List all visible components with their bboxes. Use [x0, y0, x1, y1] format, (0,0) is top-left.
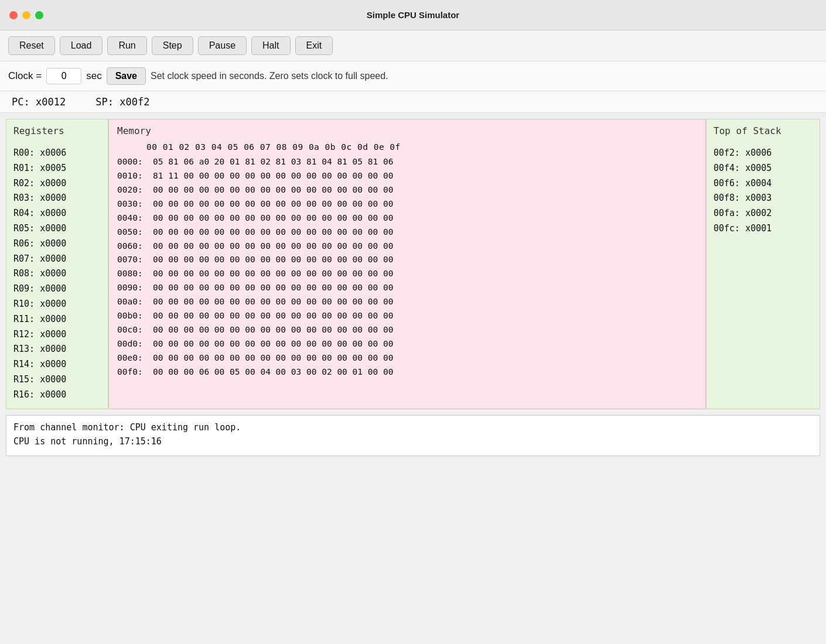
memory-row: 00f0: 00 00 00 06 00 05 00 04 00 03 00 0… [117, 365, 697, 379]
halt-button[interactable]: Halt [251, 36, 290, 55]
registers-title: Registers [13, 125, 101, 136]
clock-unit: sec [86, 70, 101, 82]
save-button[interactable]: Save [107, 67, 146, 85]
clock-input[interactable] [46, 68, 81, 84]
load-button[interactable]: Load [60, 36, 103, 55]
run-button[interactable]: Run [107, 36, 146, 55]
clock-hint: Set clock speed in seconds. Zero sets cl… [151, 71, 388, 81]
register-row: R02: x0000 [13, 176, 101, 191]
stack-row: 00f2: x0006 [714, 146, 813, 161]
memory-row: 0040: 00 00 00 00 00 00 00 00 00 00 00 0… [117, 211, 697, 225]
memory-row: 0080: 00 00 00 00 00 00 00 00 00 00 00 0… [117, 267, 697, 281]
memory-row: 0010: 81 11 00 00 00 00 00 00 00 00 00 0… [117, 169, 697, 183]
memory-row: 0030: 00 00 00 00 00 00 00 00 00 00 00 0… [117, 197, 697, 211]
log-area: From channel monitor: CPU exiting run lo… [6, 415, 820, 456]
register-row: R03: x0000 [13, 191, 101, 206]
memory-row: 00b0: 00 00 00 00 00 00 00 00 00 00 00 0… [117, 309, 697, 323]
pc-value: PC: x0012 [12, 96, 66, 108]
memory-row: 00a0: 00 00 00 00 00 00 00 00 00 00 00 0… [117, 295, 697, 309]
window-title: Simple CPU Simulator [367, 10, 459, 20]
register-row: R10: x0000 [13, 297, 101, 312]
stack-title: Top of Stack [714, 125, 813, 136]
register-row: R01: x0005 [13, 161, 101, 176]
register-row: R06: x0000 [13, 237, 101, 252]
register-row: R04: x0000 [13, 206, 101, 221]
memory-row: 0060: 00 00 00 00 00 00 00 00 00 00 00 0… [117, 239, 697, 254]
log-line: From channel monitor: CPU exiting run lo… [13, 420, 813, 434]
log-line: CPU is not running, 17:15:16 [13, 434, 813, 448]
close-button[interactable] [9, 11, 18, 19]
register-row: R13: x0000 [13, 342, 101, 357]
stack-row: 00fc: x0001 [714, 221, 813, 237]
step-button[interactable]: Step [152, 36, 193, 55]
register-row: R15: x0000 [13, 372, 101, 388]
pause-button[interactable]: Pause [198, 36, 247, 55]
register-row: R07: x0000 [13, 252, 101, 267]
stack-row: 00fa: x0002 [714, 206, 813, 221]
memory-row: 0020: 00 00 00 00 00 00 00 00 00 00 00 0… [117, 183, 697, 197]
memory-row: 00e0: 00 00 00 00 00 00 00 00 00 00 00 0… [117, 351, 697, 365]
toolbar: ResetLoadRunStepPauseHaltExit [0, 30, 826, 61]
register-row: R16: x0000 [13, 388, 101, 403]
memory-row: 0050: 00 00 00 00 00 00 00 00 00 00 00 0… [117, 225, 697, 239]
memory-row: 0090: 00 00 00 00 00 00 00 00 00 00 00 0… [117, 281, 697, 295]
exit-button[interactable]: Exit [295, 36, 333, 55]
register-row: R08: x0000 [13, 266, 101, 282]
memory-rows: 0000: 05 81 06 a0 20 01 81 02 81 03 81 0… [117, 155, 697, 379]
memory-row: 00c0: 00 00 00 00 00 00 00 00 00 00 00 0… [117, 323, 697, 337]
memory-row: 00d0: 00 00 00 00 00 00 00 00 00 00 00 0… [117, 337, 697, 351]
memory-header: 00 01 02 03 04 05 06 07 08 09 0a 0b 0c 0… [117, 142, 697, 152]
memory-row: 0000: 05 81 06 a0 20 01 81 02 81 03 81 0… [117, 155, 697, 169]
register-row: R00: x0006 [13, 146, 101, 161]
minimize-button[interactable] [22, 11, 30, 19]
title-bar: Simple CPU Simulator [0, 0, 826, 30]
memory-panel: Memory 00 01 02 03 04 05 06 07 08 09 0a … [108, 119, 706, 409]
register-row: R12: x0000 [13, 327, 101, 342]
sp-value: SP: x00f2 [95, 96, 149, 108]
registers-list: R00: x0006R01: x0005R02: x0000R03: x0000… [13, 146, 101, 403]
stack-row: 00f4: x0005 [714, 161, 813, 176]
stack-row: 00f8: x0003 [714, 191, 813, 206]
window-controls[interactable] [9, 11, 43, 19]
registers-panel: Registers R00: x0006R01: x0005R02: x0000… [6, 119, 108, 409]
register-row: R05: x0000 [13, 221, 101, 237]
clock-row: Clock = sec Save Set clock speed in seco… [0, 61, 826, 91]
clock-label: Clock = [8, 70, 42, 82]
register-row: R11: x0000 [13, 312, 101, 327]
memory-title: Memory [117, 125, 697, 136]
stack-panel: Top of Stack 00f2: x000600f4: x000500f6:… [706, 119, 820, 409]
pc-sp-row: PC: x0012 SP: x00f2 [0, 91, 826, 113]
register-row: R14: x0000 [13, 357, 101, 372]
stack-list: 00f2: x000600f4: x000500f6: x000400f8: x… [714, 146, 813, 237]
main-panels: Registers R00: x0006R01: x0005R02: x0000… [0, 113, 826, 409]
stack-row: 00f6: x0004 [714, 176, 813, 191]
reset-button[interactable]: Reset [8, 36, 55, 55]
memory-row: 0070: 00 00 00 00 00 00 00 00 00 00 00 0… [117, 253, 697, 267]
register-row: R09: x0000 [13, 282, 101, 297]
maximize-button[interactable] [35, 11, 43, 19]
